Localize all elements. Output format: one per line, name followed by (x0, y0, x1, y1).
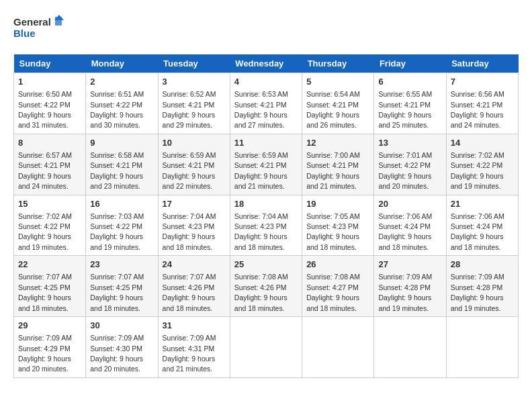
sunset-info: Sunset: 4:22 PM (18, 101, 71, 109)
sunset-info: Sunset: 4:22 PM (378, 161, 431, 169)
sunset-info: Sunset: 4:31 PM (163, 345, 215, 353)
calendar-cell: 29Sunrise: 7:09 AMSunset: 4:29 PMDayligh… (14, 317, 86, 378)
day-number: 23 (90, 259, 153, 271)
sunset-info: Sunset: 4:28 PM (378, 283, 431, 291)
sunrise-info: Sunrise: 7:02 AM (451, 151, 504, 159)
daylight-info: Daylight: 9 hours and 19 minutes. (451, 172, 504, 190)
sunrise-info: Sunrise: 7:01 AM (378, 151, 432, 159)
sunset-info: Sunset: 4:22 PM (90, 101, 142, 109)
day-number: 12 (306, 137, 369, 149)
sunrise-info: Sunrise: 7:07 AM (18, 273, 72, 281)
daylight-info: Daylight: 9 hours and 29 minutes. (163, 111, 216, 129)
daylight-info: Daylight: 9 hours and 18 minutes. (306, 232, 359, 250)
header-tuesday: Tuesday (158, 54, 230, 73)
header-saturday: Saturday (446, 54, 518, 73)
sunset-info: Sunset: 4:22 PM (90, 222, 142, 230)
calendar-table: SundayMondayTuesdayWednesdayThursdayFrid… (13, 54, 519, 378)
day-number: 10 (163, 137, 226, 149)
sunset-info: Sunset: 4:21 PM (234, 101, 287, 109)
sunset-info: Sunset: 4:26 PM (234, 283, 287, 291)
header-thursday: Thursday (302, 54, 374, 73)
header-friday: Friday (374, 54, 446, 73)
daylight-info: Daylight: 9 hours and 18 minutes. (90, 293, 143, 312)
day-number: 5 (306, 76, 369, 88)
calendar-cell (374, 317, 446, 378)
calendar-cell: 2Sunrise: 6:51 AMSunset: 4:22 PMDaylight… (86, 73, 158, 134)
calendar-cell (302, 317, 374, 378)
day-number: 18 (234, 198, 298, 210)
daylight-info: Daylight: 9 hours and 19 minutes. (90, 232, 143, 250)
daylight-info: Daylight: 9 hours and 21 minutes. (163, 355, 216, 373)
day-number: 11 (234, 137, 298, 149)
sunset-info: Sunset: 4:25 PM (18, 283, 71, 291)
sunset-info: Sunset: 4:23 PM (306, 222, 359, 230)
daylight-info: Daylight: 9 hours and 27 minutes. (234, 111, 287, 129)
calendar-cell: 9Sunrise: 6:58 AMSunset: 4:21 PMDaylight… (86, 134, 158, 195)
calendar-cell: 25Sunrise: 7:08 AMSunset: 4:26 PMDayligh… (230, 256, 302, 317)
sunrise-info: Sunrise: 7:04 AM (234, 212, 288, 220)
sunset-info: Sunset: 4:21 PM (306, 161, 359, 169)
daylight-info: Daylight: 9 hours and 20 minutes. (378, 172, 431, 190)
sunrise-info: Sunrise: 7:09 AM (378, 273, 432, 281)
calendar-cell: 23Sunrise: 7:07 AMSunset: 4:25 PMDayligh… (86, 256, 158, 317)
daylight-info: Daylight: 9 hours and 18 minutes. (378, 232, 431, 250)
page-header: General Blue (13, 13, 519, 44)
calendar-cell: 11Sunrise: 6:59 AMSunset: 4:21 PMDayligh… (230, 134, 302, 195)
sunset-info: Sunset: 4:28 PM (451, 283, 503, 291)
daylight-info: Daylight: 9 hours and 21 minutes. (234, 172, 287, 190)
sunset-info: Sunset: 4:21 PM (378, 101, 431, 109)
calendar-cell: 13Sunrise: 7:01 AMSunset: 4:22 PMDayligh… (374, 134, 446, 195)
sunrise-info: Sunrise: 6:59 AM (163, 151, 216, 159)
daylight-info: Daylight: 9 hours and 25 minutes. (378, 111, 431, 129)
day-number: 21 (451, 198, 514, 210)
day-number: 28 (451, 259, 514, 271)
sunset-info: Sunset: 4:30 PM (90, 345, 142, 353)
sunset-info: Sunset: 4:24 PM (378, 222, 431, 230)
calendar-week-row: 1Sunrise: 6:50 AMSunset: 4:22 PMDaylight… (14, 73, 519, 134)
daylight-info: Daylight: 9 hours and 30 minutes. (90, 111, 143, 129)
day-number: 3 (163, 76, 226, 88)
day-number: 14 (451, 137, 514, 149)
general-blue-logo: General Blue (13, 13, 67, 44)
sunset-info: Sunset: 4:23 PM (163, 222, 215, 230)
daylight-info: Daylight: 9 hours and 19 minutes. (18, 232, 71, 250)
daylight-info: Daylight: 9 hours and 24 minutes. (451, 111, 504, 129)
calendar-cell: 6Sunrise: 6:55 AMSunset: 4:21 PMDaylight… (374, 73, 446, 134)
day-number: 4 (234, 76, 298, 88)
calendar-week-row: 29Sunrise: 7:09 AMSunset: 4:29 PMDayligh… (14, 317, 519, 378)
calendar-cell: 31Sunrise: 7:09 AMSunset: 4:31 PMDayligh… (158, 317, 230, 378)
sunrise-info: Sunrise: 7:09 AM (18, 334, 72, 342)
daylight-info: Daylight: 9 hours and 31 minutes. (18, 111, 71, 129)
sunrise-info: Sunrise: 6:51 AM (90, 90, 144, 98)
calendar-cell: 8Sunrise: 6:57 AMSunset: 4:21 PMDaylight… (14, 134, 86, 195)
calendar-cell: 19Sunrise: 7:05 AMSunset: 4:23 PMDayligh… (302, 195, 374, 256)
daylight-info: Daylight: 9 hours and 18 minutes. (306, 293, 359, 312)
day-number: 29 (18, 320, 81, 332)
sunrise-info: Sunrise: 6:59 AM (234, 151, 288, 159)
sunset-info: Sunset: 4:29 PM (18, 345, 71, 353)
day-number: 20 (378, 198, 441, 210)
sunset-info: Sunset: 4:21 PM (306, 101, 359, 109)
header-sunday: Sunday (14, 54, 86, 73)
calendar-cell: 1Sunrise: 6:50 AMSunset: 4:22 PMDaylight… (14, 73, 86, 134)
sunrise-info: Sunrise: 6:52 AM (163, 90, 216, 98)
day-number: 16 (90, 198, 153, 210)
calendar-cell: 12Sunrise: 7:00 AMSunset: 4:21 PMDayligh… (302, 134, 374, 195)
calendar-cell: 7Sunrise: 6:56 AMSunset: 4:21 PMDaylight… (446, 73, 518, 134)
sunrise-info: Sunrise: 7:08 AM (234, 273, 288, 281)
daylight-info: Daylight: 9 hours and 26 minutes. (306, 111, 359, 129)
daylight-info: Daylight: 9 hours and 20 minutes. (90, 355, 143, 373)
calendar-cell: 3Sunrise: 6:52 AMSunset: 4:21 PMDaylight… (158, 73, 230, 134)
header-monday: Monday (86, 54, 158, 73)
sunrise-info: Sunrise: 7:06 AM (378, 212, 432, 220)
calendar-header-row: SundayMondayTuesdayWednesdayThursdayFrid… (14, 54, 519, 73)
calendar-week-row: 22Sunrise: 7:07 AMSunset: 4:25 PMDayligh… (14, 256, 519, 317)
day-number: 19 (306, 198, 369, 210)
day-number: 27 (378, 259, 441, 271)
header-wednesday: Wednesday (230, 54, 302, 73)
sunrise-info: Sunrise: 6:50 AM (18, 90, 72, 98)
calendar-week-row: 8Sunrise: 6:57 AMSunset: 4:21 PMDaylight… (14, 134, 519, 195)
daylight-info: Daylight: 9 hours and 21 minutes. (306, 172, 359, 190)
sunset-info: Sunset: 4:22 PM (18, 222, 71, 230)
sunrise-info: Sunrise: 7:05 AM (306, 212, 360, 220)
